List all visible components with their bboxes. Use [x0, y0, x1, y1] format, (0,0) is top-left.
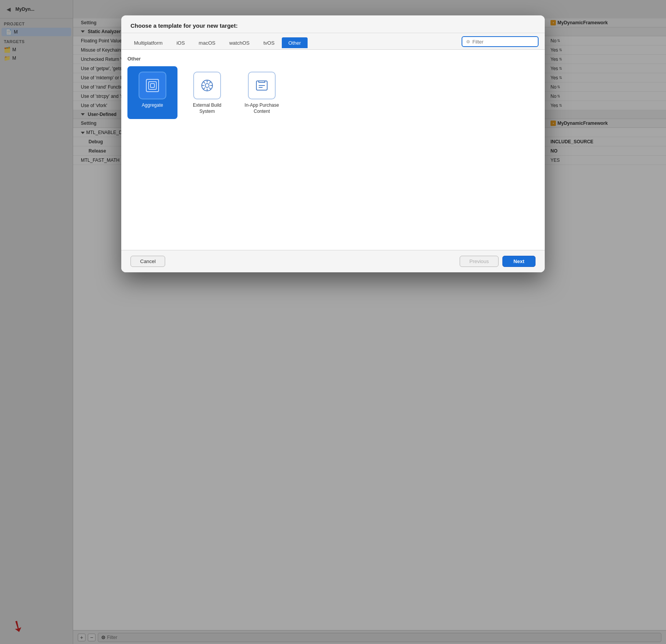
tab-other[interactable]: Other [282, 37, 308, 48]
next-button[interactable]: Next [502, 256, 535, 267]
filter-input-container[interactable]: ⊜ [462, 36, 539, 47]
tab-ios[interactable]: iOS [170, 37, 191, 48]
external-build-icon [199, 77, 216, 94]
svg-rect-0 [146, 79, 159, 92]
external-build-icon-box [193, 72, 221, 99]
other-section-label: Other [127, 56, 539, 62]
filter-icon: ⊜ [466, 39, 470, 44]
external-build-label: External Build System [186, 102, 228, 114]
svg-rect-14 [259, 81, 265, 82]
modal-overlay: Choose a template for your new target: M… [0, 0, 666, 644]
aggregate-icon-box [139, 72, 166, 99]
svg-line-12 [204, 88, 205, 89]
aggregate-label: Aggregate [142, 102, 163, 109]
tab-macos[interactable]: macOS [192, 37, 222, 48]
svg-rect-1 [149, 82, 156, 89]
aggregate-icon [144, 77, 161, 94]
previous-button[interactable]: Previous [460, 256, 499, 267]
template-item-aggregate[interactable]: Aggregate [127, 66, 177, 119]
tab-bar: Multiplatform iOS macOS watchOS tvOS Oth… [121, 33, 545, 50]
modal-title: Choose a template for your new target: [131, 22, 238, 29]
template-chooser-modal: Choose a template for your new target: M… [121, 15, 545, 272]
cancel-button[interactable]: Cancel [131, 256, 165, 267]
svg-point-4 [205, 84, 209, 87]
tab-tvos[interactable]: tvOS [257, 37, 281, 48]
modal-content: Other Aggregate [121, 50, 545, 250]
template-grid: Aggregate [127, 66, 539, 119]
svg-rect-2 [151, 84, 154, 87]
filter-input[interactable] [472, 39, 537, 45]
tab-filter-area: ⊜ [462, 36, 539, 47]
tab-multiplatform[interactable]: Multiplatform [127, 37, 169, 48]
template-item-iap[interactable]: In-App Purchase Content [237, 66, 287, 119]
svg-line-10 [209, 88, 211, 89]
iap-icon-box [248, 72, 276, 99]
svg-line-9 [204, 82, 205, 84]
iap-label: In-App Purchase Content [241, 102, 283, 114]
footer-right: Previous Next [460, 256, 535, 267]
tab-watchos[interactable]: watchOS [223, 37, 256, 48]
iap-icon [253, 77, 270, 94]
modal-footer: Cancel Previous Next [121, 250, 545, 272]
template-item-external-build[interactable]: External Build System [182, 66, 232, 119]
svg-line-11 [209, 82, 211, 84]
modal-title-bar: Choose a template for your new target: [121, 15, 545, 33]
